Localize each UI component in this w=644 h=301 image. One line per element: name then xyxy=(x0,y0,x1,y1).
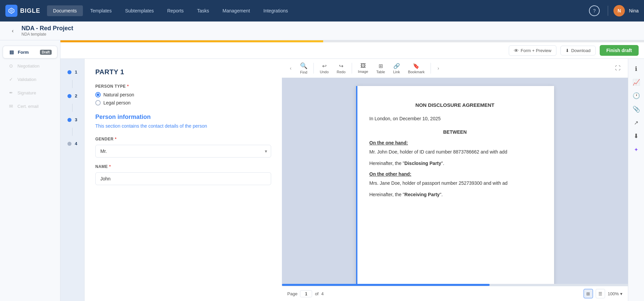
link-icon: 🔗 xyxy=(393,63,400,69)
required-star-person-type: * xyxy=(127,84,129,89)
next-button[interactable]: › xyxy=(434,63,443,73)
sidebar-item-form[interactable]: ▤ Form Draft xyxy=(3,46,57,58)
document-page: NON DISCLOSURE AGREEMENT In London, on D… xyxy=(356,86,554,284)
undo-tool[interactable]: ↩ Undo xyxy=(316,61,332,75)
document-subtitle: NDA template xyxy=(21,32,73,37)
finish-draft-button[interactable]: Finish draft xyxy=(600,45,639,56)
prev-button[interactable]: ‹ xyxy=(286,63,295,73)
natural-person-option[interactable]: Natural person xyxy=(95,92,271,97)
nav-tasks[interactable]: Tasks xyxy=(191,5,215,16)
nav-management[interactable]: Management xyxy=(216,5,256,16)
doc-main-title: NON DISCLOSURE AGREEMENT xyxy=(369,102,541,108)
avatar[interactable]: N xyxy=(613,5,625,16)
step-2[interactable]: 2 xyxy=(60,88,84,104)
zoom-value: 100% xyxy=(608,291,619,296)
nav-divider xyxy=(608,6,608,16)
total-pages: 4 xyxy=(321,291,324,296)
step-divider-3 xyxy=(72,128,72,136)
find-label: Find xyxy=(300,70,307,74)
ai-icon: ✦ xyxy=(634,146,638,153)
natural-person-label: Natural person xyxy=(103,92,134,97)
info-button[interactable]: ℹ xyxy=(630,63,642,75)
grid-icon: ⊞ xyxy=(586,291,590,296)
negotiation-icon: ⊙ xyxy=(8,63,14,69)
split-view: 1 2 xyxy=(60,59,644,301)
grid-view-btn[interactable]: ⊞ xyxy=(584,289,593,298)
nav-documents[interactable]: Documents xyxy=(47,5,83,16)
zoom-control[interactable]: 100% ▾ xyxy=(608,291,623,296)
sidebar-item-validation: ✓ Validation xyxy=(3,73,57,85)
export-button[interactable]: ⬇ xyxy=(630,130,642,142)
back-button[interactable]: ‹ xyxy=(8,26,17,36)
required-star-name: * xyxy=(109,164,111,169)
name-input[interactable] xyxy=(95,172,271,185)
doc-between-label: BETWEEN xyxy=(369,129,541,135)
username-label: Nina xyxy=(629,8,639,13)
chart-icon: 📈 xyxy=(633,79,640,86)
image-icon: 🖼 xyxy=(360,63,366,69)
doc-editor-toolbar: ‹ 🔍 Find ↩ Undo ↪ Redo xyxy=(282,59,628,78)
document-preview-panel: ‹ 🔍 Find ↩ Undo ↪ Redo xyxy=(282,59,628,301)
export-icon: ⬇ xyxy=(634,132,639,140)
document-toolbar: 👁 Form + Preview ⬇ Download Finish draft xyxy=(60,42,644,59)
download-button[interactable]: ⬇ Download xyxy=(560,46,596,55)
document-content[interactable]: NON DISCLOSURE AGREEMENT In London, on D… xyxy=(282,78,628,284)
doc-party1-sub: Hereinafter, the "Disclosing Party". xyxy=(369,160,541,167)
validation-label: Validation xyxy=(17,77,36,82)
analytics-button[interactable]: 📈 xyxy=(630,76,642,88)
find-tool[interactable]: 🔍 Find xyxy=(297,61,311,76)
link-label: Link xyxy=(393,70,400,74)
form-preview-button[interactable]: 👁 Form + Preview xyxy=(509,45,556,56)
doc-other-hand-label: On the other hand: xyxy=(369,171,541,177)
legal-person-label: Legal person xyxy=(103,100,131,105)
cert-email-icon: ✉ xyxy=(8,103,14,109)
share-button[interactable]: ↗ xyxy=(630,117,642,129)
step-4-label: 4 xyxy=(75,141,77,146)
logo-text: BIGLE xyxy=(20,7,40,14)
nav-subtemplates[interactable]: Subtemplates xyxy=(119,5,160,16)
sidebar-item-signature: ✒ Signature xyxy=(3,87,57,99)
legal-person-radio[interactable] xyxy=(95,100,101,105)
ai-button[interactable]: ✦ xyxy=(630,143,642,156)
of-label: of xyxy=(315,291,318,296)
list-view-btn[interactable]: ☰ xyxy=(596,289,605,298)
table-label: Table xyxy=(376,70,385,74)
step-4-dot xyxy=(67,142,71,146)
doc-party2-text: Mrs. Jane Doe, holder of passport number… xyxy=(369,179,541,187)
page-number-input[interactable] xyxy=(300,290,312,297)
natural-person-radio[interactable] xyxy=(95,92,101,97)
legal-person-option[interactable]: Legal person xyxy=(95,100,271,105)
doc-one-hand-label: On the one hand: xyxy=(369,140,541,145)
sidebar-item-negotiation: ⊙ Negotiation xyxy=(3,60,57,72)
redo-tool[interactable]: ↪ Redo xyxy=(333,61,349,75)
form-content: PARTY 1 PERSON TYPE * Natural person xyxy=(85,59,282,301)
gender-label: Gender * xyxy=(95,137,271,141)
svg-marker-1 xyxy=(10,9,13,12)
bookmark-tool[interactable]: 🔖 Bookmark xyxy=(405,61,428,75)
right-sidebar: ℹ 📈 🕐 📎 ↗ ⬇ ✦ xyxy=(628,59,644,301)
step-divider-2 xyxy=(72,104,72,112)
image-tool[interactable]: 🖼 Image xyxy=(355,61,372,75)
expand-tool[interactable]: ⛶ xyxy=(612,64,624,73)
step-3[interactable]: 3 xyxy=(60,112,84,128)
step-navigation: 1 2 xyxy=(60,59,85,301)
step-1[interactable]: 1 xyxy=(60,64,84,80)
page-border xyxy=(356,86,357,284)
attachments-button[interactable]: 📎 xyxy=(630,103,642,115)
link-tool[interactable]: 🔗 Link xyxy=(390,61,403,75)
logo[interactable]: BIGLE xyxy=(5,5,40,17)
help-button[interactable]: ? xyxy=(589,5,600,16)
table-tool[interactable]: ⊞ Table xyxy=(373,61,388,75)
nav-templates[interactable]: Templates xyxy=(84,5,118,16)
toolbar-sep-2 xyxy=(352,63,352,74)
breadcrumb-bar: ‹ NDA - Red Project NDA template xyxy=(0,22,644,40)
history-button[interactable]: 🕐 xyxy=(630,90,642,102)
nav-integrations[interactable]: Integrations xyxy=(257,5,294,16)
nav-reports[interactable]: Reports xyxy=(161,5,190,16)
step-3-dot xyxy=(67,118,71,122)
step-divider-1 xyxy=(72,80,72,88)
toolbar-sep-1 xyxy=(313,63,314,74)
gender-select[interactable]: Mr. Mrs. Ms. Dr. xyxy=(95,145,271,158)
paperclip-icon: 📎 xyxy=(633,105,640,113)
step-4[interactable]: 4 xyxy=(60,136,84,152)
